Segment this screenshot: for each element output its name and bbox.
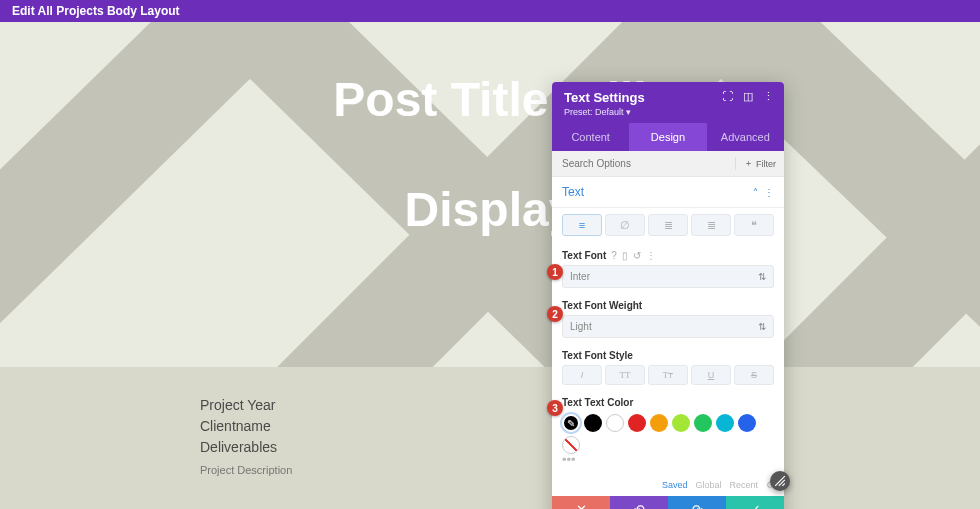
top-bar: Edit All Projects Body Layout: [0, 0, 980, 22]
text-toolbar: ≡ ∅ ≣ ≣ ❝: [552, 208, 784, 246]
swatch-black[interactable]: [584, 414, 602, 432]
annotation-badge-2: 2: [547, 306, 563, 322]
redo-button[interactable]: ↷: [668, 496, 726, 509]
swatch-lime[interactable]: [672, 414, 690, 432]
chevron-down-icon: ⇅: [758, 321, 766, 332]
search-input[interactable]: [552, 151, 735, 176]
project-meta: Project Year Clientname Deliverables Pro…: [200, 395, 292, 476]
more-swatches-icon[interactable]: •••: [562, 456, 774, 464]
color-field: Text Text Color ✎ •••: [552, 393, 784, 472]
hero: Post Title Will Display: [0, 22, 980, 367]
panel-preset[interactable]: Preset: Default ▾: [564, 107, 772, 117]
global-link[interactable]: Global: [695, 480, 721, 490]
list-ul-icon[interactable]: ≣: [648, 214, 688, 236]
project-deliverables: Deliverables: [200, 437, 292, 458]
weight-value: Light: [570, 321, 592, 332]
section-header[interactable]: Text ˄⋮: [552, 177, 784, 208]
font-value: Inter: [570, 271, 590, 282]
saved-link[interactable]: Saved: [662, 480, 688, 490]
responsive-icon[interactable]: ▯: [622, 250, 628, 261]
color-label: Text Text Color: [562, 397, 633, 408]
font-label: Text Font: [562, 250, 606, 261]
annotation-badge-3: 3: [547, 400, 563, 416]
panel-header[interactable]: Text Settings Preset: Default ▾ ⛶ ◫ ⋮: [552, 82, 784, 123]
top-bar-title: Edit All Projects Body Layout: [12, 4, 180, 18]
weight-dropdown[interactable]: Light ⇅: [562, 315, 774, 338]
panel-tabs: Content Design Advanced: [552, 123, 784, 151]
field-menu-icon[interactable]: ⋮: [646, 250, 656, 261]
expand-icon[interactable]: ⛶: [722, 90, 733, 103]
project-description: Project Description: [200, 464, 292, 476]
font-field: Text Font ? ▯ ↺ ⋮ Inter ⇅: [552, 246, 784, 296]
reset-icon[interactable]: ↺: [633, 250, 641, 261]
swatch-red[interactable]: [628, 414, 646, 432]
color-tabs: Saved Global Recent ⚙: [552, 472, 784, 496]
section-title: Text: [562, 185, 584, 199]
eyedropper-button[interactable]: ✎: [562, 414, 580, 432]
search-bar: ＋Filter: [552, 151, 784, 177]
uppercase-button[interactable]: TT: [605, 365, 645, 385]
help-icon[interactable]: ?: [611, 250, 617, 261]
section-menu-icon[interactable]: ⋮: [764, 187, 774, 198]
tab-advanced[interactable]: Advanced: [707, 123, 784, 151]
list-ol-icon[interactable]: ≣: [691, 214, 731, 236]
cancel-button[interactable]: ✕: [552, 496, 610, 509]
chevron-down-icon: ⇅: [758, 271, 766, 282]
swatch-orange[interactable]: [650, 414, 668, 432]
weight-label: Text Font Weight: [562, 300, 642, 311]
link-icon[interactable]: ∅: [605, 214, 645, 236]
swatch-cyan[interactable]: [716, 414, 734, 432]
columns-icon[interactable]: ◫: [743, 90, 753, 103]
align-left-icon[interactable]: ≡: [562, 214, 602, 236]
smallcaps-button[interactable]: Tᴛ: [648, 365, 688, 385]
confirm-button[interactable]: ✓: [726, 496, 784, 509]
recent-link[interactable]: Recent: [729, 480, 758, 490]
quote-icon[interactable]: ❝: [734, 214, 774, 236]
annotation-badge-1: 1: [547, 264, 563, 280]
panel-footer: ✕ ↶ ↷ ✓: [552, 496, 784, 509]
underline-button[interactable]: U: [691, 365, 731, 385]
collapse-icon[interactable]: ˄: [753, 187, 758, 198]
project-year: Project Year: [200, 395, 292, 416]
style-label: Text Font Style: [562, 350, 633, 361]
text-settings-panel: Text Settings Preset: Default ▾ ⛶ ◫ ⋮ Co…: [552, 82, 784, 509]
swatch-blue[interactable]: [738, 414, 756, 432]
resize-handle[interactable]: [770, 471, 790, 491]
font-dropdown[interactable]: Inter ⇅: [562, 265, 774, 288]
tab-design[interactable]: Design: [629, 123, 706, 151]
swatch-green[interactable]: [694, 414, 712, 432]
swatch-white[interactable]: [606, 414, 624, 432]
undo-button[interactable]: ↶: [610, 496, 668, 509]
italic-button[interactable]: I: [562, 365, 602, 385]
filter-button[interactable]: ＋Filter: [735, 157, 784, 170]
strikethrough-button[interactable]: S: [734, 365, 774, 385]
menu-icon[interactable]: ⋮: [763, 90, 774, 103]
project-client: Clientname: [200, 416, 292, 437]
style-field: Text Font Style I TT Tᴛ U S: [552, 346, 784, 393]
weight-field: Text Font Weight Light ⇅: [552, 296, 784, 346]
tab-content[interactable]: Content: [552, 123, 629, 151]
